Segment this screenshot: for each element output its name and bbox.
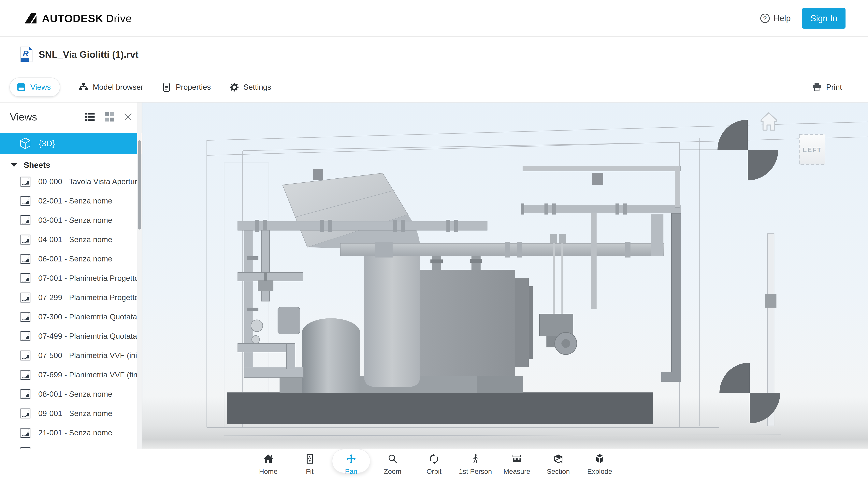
sheet-item-label: 00-000 - Tavola Vista Apertura <box>38 177 137 186</box>
sheets-section-label: Sheets <box>24 161 50 170</box>
tool-measure[interactable]: Measure <box>496 450 537 476</box>
fit-icon <box>304 453 315 464</box>
tab-properties[interactable]: Properties <box>162 83 211 92</box>
autodesk-drive-logo: AUTODESKDrive <box>24 0 132 37</box>
tool-home[interactable]: Home <box>248 450 289 476</box>
views-panel-icon <box>17 83 26 92</box>
view-3d-label: {3D} <box>39 139 55 148</box>
sheet-item-label: 04-001 - Senza nome <box>38 235 112 244</box>
tool-zoom-label: Zoom <box>384 467 401 476</box>
sheet-item[interactable]: 09-001 - Senza nome <box>0 404 137 423</box>
tool-pan-active[interactable]: Pan <box>331 450 372 476</box>
svg-text:R: R <box>23 49 29 58</box>
sheet-icon <box>20 292 31 303</box>
sheet-icon <box>20 254 31 264</box>
hierarchy-icon <box>79 83 88 92</box>
tool-first-person[interactable]: 1st Person <box>455 450 496 476</box>
sheet-item-label: 02-001 - Senza nome <box>38 197 112 205</box>
print-button[interactable]: Print <box>812 83 842 92</box>
unit-side-panel-2 <box>529 286 533 359</box>
help-label: Help <box>774 13 791 23</box>
tab-model-browser[interactable]: Model browser <box>79 83 143 92</box>
views-sidebar: Views <box>0 102 143 449</box>
sheet-item[interactable]: 06-001 - Senza nome <box>0 249 137 268</box>
sheet-item-label: 09-001 - Senza nome <box>38 409 112 418</box>
tool-fit-label: Fit <box>306 467 314 476</box>
sheet-item[interactable]: 00-000 - Tavola Vista Apertura <box>0 172 137 191</box>
tool-zoom[interactable]: Zoom <box>372 450 413 476</box>
file-name: SNL_Via Giolitti (1).rvt <box>39 49 138 60</box>
sheet-icon <box>20 408 31 419</box>
help-button[interactable]: ? Help <box>760 13 791 24</box>
sheet-item[interactable]: 03-001 - Senza nome <box>0 210 137 230</box>
vertical-duct <box>364 249 420 387</box>
revit-file-icon: R <box>20 46 33 63</box>
sheet-item-partial[interactable] <box>0 443 137 449</box>
sheet-item-label: 03-001 - Senza nome <box>38 216 112 225</box>
sheet-item[interactable]: 07-499 - Planiemtria Quotata <box>0 327 137 346</box>
sheet-icon <box>20 176 31 187</box>
print-label: Print <box>826 83 842 92</box>
sign-in-button[interactable]: Sign In <box>802 8 845 29</box>
sheet-item-label: 08-001 - Senza nome <box>38 390 112 398</box>
sheet-icon <box>20 331 31 341</box>
tab-settings[interactable]: Settings <box>229 83 271 92</box>
3d-viewport[interactable]: LEFT <box>143 102 868 449</box>
section-icon <box>553 453 564 464</box>
file-title-bar: R SNL_Via Giolitti (1).rvt <box>0 37 868 72</box>
sheet-item[interactable]: 07-500 - Planimetria VVF (inizio <box>0 346 137 365</box>
tool-orbit[interactable]: Orbit <box>413 450 455 476</box>
sheet-item[interactable]: 08-001 - Senza nome <box>0 385 137 404</box>
viewcube-left-face[interactable]: LEFT <box>799 134 825 164</box>
brand-text: AUTODESKDrive <box>42 12 132 25</box>
autodesk-logo-icon <box>24 13 38 24</box>
wall-box-2 <box>592 173 603 185</box>
3d-cube-icon <box>20 137 31 149</box>
printer-icon <box>812 83 822 92</box>
svg-text:?: ? <box>763 15 767 22</box>
sheet-item-label: 07-299 - Planimetria Progetto <box>38 293 137 302</box>
sheets-section-header[interactable]: Sheets <box>0 158 142 172</box>
sheet-item[interactable]: 02-001 - Senza nome <box>0 191 137 210</box>
tool-orbit-label: Orbit <box>427 467 441 476</box>
sheet-icon <box>20 234 31 245</box>
sheet-item[interactable]: 07-300 - Planiemtria Quotata <box>0 307 137 327</box>
sheet-item[interactable]: 07-299 - Planimetria Progetto <box>0 288 137 307</box>
sheet-item[interactable]: 07-001 - Planimetria Progetto <box>0 268 137 288</box>
properties-doc-icon <box>162 83 171 92</box>
sheet-item[interactable]: 07-699 - Planimetria VVF (fine <box>0 365 137 385</box>
list-view-icon[interactable] <box>85 111 95 122</box>
views-panel-header: Views <box>0 106 142 128</box>
home-icon <box>263 453 274 464</box>
sheet-item[interactable]: 04-001 - Senza nome <box>0 230 137 249</box>
tab-settings-label: Settings <box>243 83 271 92</box>
sheet-icon <box>20 447 31 449</box>
tool-measure-label: Measure <box>503 467 530 476</box>
tool-explode[interactable]: Explode <box>579 450 620 476</box>
sheet-icon <box>20 312 31 322</box>
views-panel-title: Views <box>10 111 37 123</box>
tab-views-label: Views <box>30 83 51 92</box>
equipment-skid-base <box>227 393 653 424</box>
sheet-item-label: 07-500 - Planimetria VVF (inizio <box>38 351 137 360</box>
orbit-icon <box>429 453 439 464</box>
unit-pedestal-shade <box>477 376 523 393</box>
navigation-toolbar: Home Fit <box>248 450 620 476</box>
help-question-icon: ? <box>760 13 770 24</box>
first-person-icon <box>470 453 481 464</box>
gear-icon <box>229 83 239 92</box>
tab-views[interactable]: Views <box>9 77 60 97</box>
sheet-item[interactable]: 21-001 - Senza nome <box>0 423 137 443</box>
tool-section[interactable]: Section <box>537 450 579 476</box>
tool-fit[interactable]: Fit <box>289 450 331 476</box>
measure-ruler-icon <box>511 453 522 464</box>
sidebar-scrollbar-thumb[interactable] <box>138 140 141 229</box>
close-panel-icon[interactable] <box>123 111 133 122</box>
sheet-item-label: 07-001 - Planimetria Progetto <box>38 274 137 283</box>
sheet-icon <box>20 389 31 399</box>
wall-fixture <box>765 294 776 307</box>
sheet-icon <box>20 427 31 438</box>
grid-view-icon[interactable] <box>104 111 115 122</box>
brand-light: Drive <box>106 12 132 24</box>
view-item-3d-selected[interactable]: {3D} <box>0 133 142 154</box>
